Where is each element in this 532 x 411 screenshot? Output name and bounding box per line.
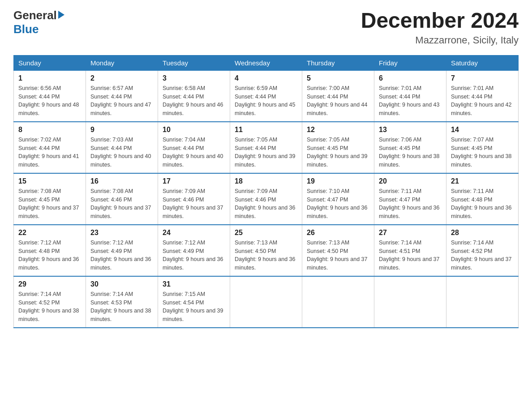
- weekday-wednesday: Wednesday: [230, 55, 302, 70]
- calendar-cell: 11Sunrise: 7:05 AMSunset: 4:44 PMDayligh…: [230, 122, 302, 173]
- day-info: Sunrise: 7:15 AMSunset: 4:54 PMDaylight:…: [163, 290, 225, 324]
- calendar-body: 1Sunrise: 6:56 AMSunset: 4:44 PMDaylight…: [14, 70, 519, 328]
- day-info: Sunrise: 6:56 AMSunset: 4:44 PMDaylight:…: [18, 84, 81, 118]
- day-number: 2: [90, 74, 153, 82]
- day-number: 14: [451, 126, 514, 134]
- day-number: 6: [379, 74, 442, 82]
- week-row-3: 15Sunrise: 7:08 AMSunset: 4:45 PMDayligh…: [14, 173, 519, 225]
- calendar-cell: 9Sunrise: 7:03 AMSunset: 4:44 PMDaylight…: [86, 122, 158, 173]
- location-title: Mazzarrone, Sicily, Italy: [361, 34, 519, 46]
- calendar-cell: 28Sunrise: 7:14 AMSunset: 4:52 PMDayligh…: [446, 225, 519, 276]
- calendar-cell: 3Sunrise: 6:58 AMSunset: 4:44 PMDaylight…: [158, 70, 230, 122]
- day-info: Sunrise: 7:08 AMSunset: 4:45 PMDaylight:…: [18, 187, 81, 221]
- weekday-tuesday: Tuesday: [158, 55, 230, 70]
- weekday-sunday: Sunday: [14, 55, 86, 70]
- calendar-table: SundayMondayTuesdayWednesdayThursdayFrid…: [13, 55, 519, 328]
- weekday-saturday: Saturday: [446, 55, 519, 70]
- day-number: 25: [235, 229, 297, 237]
- day-info: Sunrise: 7:10 AMSunset: 4:47 PMDaylight:…: [307, 187, 369, 221]
- day-info: Sunrise: 7:12 AMSunset: 4:49 PMDaylight:…: [163, 239, 225, 272]
- day-number: 31: [163, 280, 225, 288]
- weekday-friday: Friday: [374, 55, 446, 70]
- day-info: Sunrise: 7:08 AMSunset: 4:46 PMDaylight:…: [90, 187, 153, 221]
- calendar-cell: 26Sunrise: 7:13 AMSunset: 4:50 PMDayligh…: [302, 225, 374, 276]
- day-info: Sunrise: 6:57 AMSunset: 4:44 PMDaylight:…: [90, 84, 153, 118]
- day-number: 30: [90, 280, 153, 288]
- day-info: Sunrise: 7:13 AMSunset: 4:50 PMDaylight:…: [235, 239, 297, 272]
- day-info: Sunrise: 7:14 AMSunset: 4:51 PMDaylight:…: [379, 239, 442, 272]
- day-number: 29: [18, 280, 81, 288]
- day-info: Sunrise: 7:01 AMSunset: 4:44 PMDaylight:…: [451, 84, 514, 118]
- calendar-cell: 4Sunrise: 6:59 AMSunset: 4:44 PMDaylight…: [230, 70, 302, 122]
- calendar-cell: 15Sunrise: 7:08 AMSunset: 4:45 PMDayligh…: [14, 173, 86, 225]
- day-number: 16: [90, 177, 153, 185]
- calendar-cell: [446, 276, 519, 328]
- calendar-cell: 6Sunrise: 7:01 AMSunset: 4:44 PMDaylight…: [374, 70, 446, 122]
- logo: General Blue: [13, 9, 64, 35]
- day-number: 26: [307, 229, 369, 237]
- calendar-cell: 27Sunrise: 7:14 AMSunset: 4:51 PMDayligh…: [374, 225, 446, 276]
- calendar-cell: [302, 276, 374, 328]
- day-number: 10: [163, 126, 225, 134]
- calendar-cell: [230, 276, 302, 328]
- week-row-5: 29Sunrise: 7:14 AMSunset: 4:52 PMDayligh…: [14, 276, 519, 328]
- logo-general: General: [13, 9, 57, 22]
- day-number: 27: [379, 229, 442, 237]
- day-number: 13: [379, 126, 442, 134]
- day-info: Sunrise: 7:14 AMSunset: 4:52 PMDaylight:…: [451, 239, 514, 272]
- calendar-cell: 21Sunrise: 7:11 AMSunset: 4:48 PMDayligh…: [446, 173, 519, 225]
- weekday-header-row: SundayMondayTuesdayWednesdayThursdayFrid…: [14, 55, 519, 70]
- day-number: 11: [235, 126, 297, 134]
- calendar-cell: 30Sunrise: 7:14 AMSunset: 4:53 PMDayligh…: [86, 276, 158, 328]
- weekday-monday: Monday: [86, 55, 158, 70]
- calendar-cell: 5Sunrise: 7:00 AMSunset: 4:44 PMDaylight…: [302, 70, 374, 122]
- title-block: December 2024 Mazzarrone, Sicily, Italy: [361, 9, 519, 46]
- day-number: 24: [163, 229, 225, 237]
- day-info: Sunrise: 6:58 AMSunset: 4:44 PMDaylight:…: [163, 84, 225, 118]
- day-info: Sunrise: 7:13 AMSunset: 4:50 PMDaylight:…: [307, 239, 369, 272]
- day-info: Sunrise: 7:12 AMSunset: 4:49 PMDaylight:…: [90, 239, 153, 272]
- calendar-cell: 29Sunrise: 7:14 AMSunset: 4:52 PMDayligh…: [14, 276, 86, 328]
- day-number: 7: [451, 74, 514, 82]
- week-row-4: 22Sunrise: 7:12 AMSunset: 4:48 PMDayligh…: [14, 225, 519, 276]
- calendar-cell: 17Sunrise: 7:09 AMSunset: 4:46 PMDayligh…: [158, 173, 230, 225]
- calendar-cell: 16Sunrise: 7:08 AMSunset: 4:46 PMDayligh…: [86, 173, 158, 225]
- weekday-thursday: Thursday: [302, 55, 374, 70]
- day-number: 22: [18, 229, 81, 237]
- calendar-cell: 19Sunrise: 7:10 AMSunset: 4:47 PMDayligh…: [302, 173, 374, 225]
- day-info: Sunrise: 7:14 AMSunset: 4:53 PMDaylight:…: [90, 290, 153, 324]
- day-info: Sunrise: 7:05 AMSunset: 4:44 PMDaylight:…: [235, 136, 297, 169]
- day-info: Sunrise: 6:59 AMSunset: 4:44 PMDaylight:…: [235, 84, 297, 118]
- day-info: Sunrise: 7:06 AMSunset: 4:45 PMDaylight:…: [379, 136, 442, 169]
- calendar-cell: 25Sunrise: 7:13 AMSunset: 4:50 PMDayligh…: [230, 225, 302, 276]
- day-number: 8: [18, 126, 81, 134]
- calendar-cell: 1Sunrise: 6:56 AMSunset: 4:44 PMDaylight…: [14, 70, 86, 122]
- day-number: 12: [307, 126, 369, 134]
- day-info: Sunrise: 7:05 AMSunset: 4:45 PMDaylight:…: [307, 136, 369, 169]
- day-info: Sunrise: 7:00 AMSunset: 4:44 PMDaylight:…: [307, 84, 369, 118]
- day-info: Sunrise: 7:07 AMSunset: 4:45 PMDaylight:…: [451, 136, 514, 169]
- day-number: 23: [90, 229, 153, 237]
- day-number: 18: [235, 177, 297, 185]
- day-number: 9: [90, 126, 153, 134]
- page-header: General Blue December 2024 Mazzarrone, S…: [13, 9, 519, 46]
- calendar-cell: 7Sunrise: 7:01 AMSunset: 4:44 PMDaylight…: [446, 70, 519, 122]
- calendar-cell: 22Sunrise: 7:12 AMSunset: 4:48 PMDayligh…: [14, 225, 86, 276]
- day-number: 15: [18, 177, 81, 185]
- calendar-cell: 31Sunrise: 7:15 AMSunset: 4:54 PMDayligh…: [158, 276, 230, 328]
- day-info: Sunrise: 7:02 AMSunset: 4:44 PMDaylight:…: [18, 136, 81, 169]
- month-title: December 2024: [361, 9, 519, 33]
- week-row-2: 8Sunrise: 7:02 AMSunset: 4:44 PMDaylight…: [14, 122, 519, 173]
- day-number: 3: [163, 74, 225, 82]
- day-number: 28: [451, 229, 514, 237]
- day-info: Sunrise: 7:11 AMSunset: 4:47 PMDaylight:…: [379, 187, 442, 221]
- week-row-1: 1Sunrise: 6:56 AMSunset: 4:44 PMDaylight…: [14, 70, 519, 122]
- calendar-cell: 18Sunrise: 7:09 AMSunset: 4:46 PMDayligh…: [230, 173, 302, 225]
- day-info: Sunrise: 7:11 AMSunset: 4:48 PMDaylight:…: [451, 187, 514, 221]
- day-info: Sunrise: 7:04 AMSunset: 4:44 PMDaylight:…: [163, 136, 225, 169]
- day-info: Sunrise: 7:01 AMSunset: 4:44 PMDaylight:…: [379, 84, 442, 118]
- day-info: Sunrise: 7:12 AMSunset: 4:48 PMDaylight:…: [18, 239, 81, 272]
- day-number: 17: [163, 177, 225, 185]
- day-number: 1: [18, 74, 81, 82]
- calendar-cell: 13Sunrise: 7:06 AMSunset: 4:45 PMDayligh…: [374, 122, 446, 173]
